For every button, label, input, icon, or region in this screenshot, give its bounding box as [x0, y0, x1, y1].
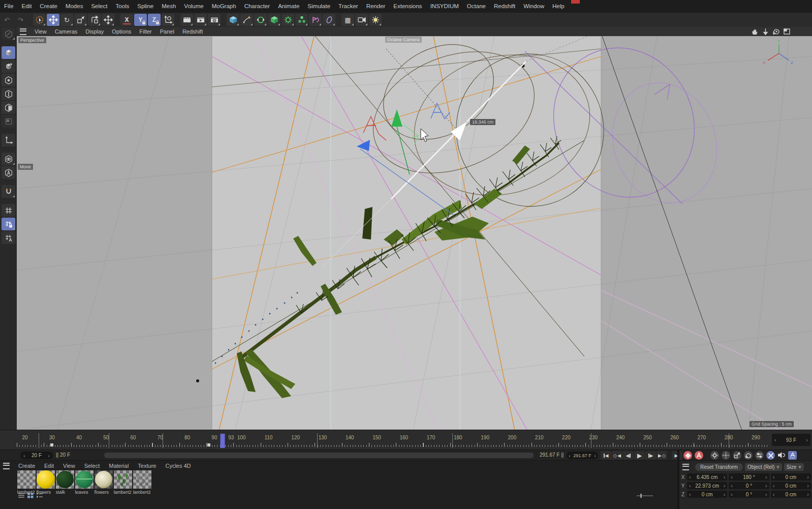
previous-key-button[interactable]: ◇◀ [612, 451, 622, 460]
subdivision-surface-icon[interactable] [268, 14, 280, 26]
model-mode-button[interactable] [2, 46, 15, 59]
pan-hand-icon[interactable] [751, 28, 759, 35]
list-view-icon[interactable] [18, 493, 24, 498]
snap-magnet-icon[interactable] [2, 185, 15, 198]
material-menu-icon[interactable] [3, 463, 10, 469]
play-button[interactable]: ▶ [634, 451, 645, 460]
spline-primitive-icon[interactable] [254, 14, 267, 26]
autokey-mode-toggle[interactable] [788, 451, 797, 460]
previous-frame-button[interactable]: ◀ [623, 451, 634, 460]
y-axis-lock-button[interactable]: Y [134, 14, 147, 26]
mograph-cloner-icon[interactable] [295, 14, 308, 26]
toggle-view-icon[interactable] [783, 28, 791, 35]
generators-gear-icon[interactable] [282, 14, 294, 26]
record-position-toggle[interactable] [722, 451, 730, 460]
view-label[interactable]: Perspective [18, 37, 46, 43]
go-to-start-button[interactable]: ◀ [601, 451, 611, 460]
render-view-button[interactable] [180, 14, 193, 26]
volume-icon[interactable] [323, 14, 335, 26]
material-item[interactable]: flowers [94, 470, 113, 495]
menu-item[interactable]: Mesh [158, 0, 180, 13]
material-thumbnail[interactable] [56, 470, 74, 489]
material-menu-item[interactable]: Cycles 4D [161, 463, 195, 469]
menu-item[interactable]: File [0, 0, 18, 13]
tweak-mode-icon[interactable] [2, 27, 15, 40]
viewport-menu-item[interactable]: Display [81, 28, 108, 35]
render-picture-viewer-button[interactable] [194, 14, 207, 26]
reset-transform-button[interactable]: Reset Transform [695, 463, 743, 471]
camera-label[interactable]: Octane Camera [385, 37, 422, 43]
playhead[interactable] [220, 434, 225, 448]
range-start-field[interactable]: ‹20 F› [20, 452, 53, 459]
viewport-menu-item[interactable]: Redshift [178, 28, 207, 35]
material-thumbnail[interactable] [114, 470, 132, 489]
rotate-tool-button[interactable]: ↻ [60, 14, 73, 26]
menu-item[interactable]: Character [240, 0, 274, 13]
undo-button[interactable]: ↶ [1, 14, 13, 26]
coord-z-rotation-field[interactable]: ‹0 °› [729, 491, 769, 498]
material-item[interactable]: lambert2 [17, 470, 36, 495]
material-item[interactable]: flowers [36, 470, 55, 495]
coord-z-size-field[interactable]: ‹0 cm› [771, 491, 811, 498]
keyframe-marker[interactable] [207, 443, 210, 446]
redo-button[interactable]: ↷ [14, 14, 27, 26]
viewport-menu-item[interactable]: Cameras [51, 28, 82, 35]
material-menu-item[interactable]: Texture [133, 463, 161, 469]
material-thumbnail[interactable] [17, 470, 36, 489]
autokey-button[interactable] [695, 451, 703, 460]
menu-item[interactable]: Edit [18, 0, 36, 13]
range-end-field[interactable]: ‹291.67 F› [567, 452, 598, 459]
move-locked-button[interactable] [102, 14, 114, 26]
material-item[interactable]: stalk [55, 470, 74, 495]
x-axis-lock-button[interactable]: X [120, 14, 133, 26]
materials-scale-slider[interactable] [637, 494, 653, 498]
material-item[interactable]: lambert2 [133, 470, 151, 495]
live-selection-icon[interactable] [33, 14, 46, 26]
material-menu-item[interactable]: Edit [40, 463, 58, 469]
material-item[interactable]: leaves [75, 470, 93, 495]
coordinate-mode-dropdown[interactable]: Object (Rel)▾ [745, 463, 782, 471]
camera-icon[interactable] [355, 14, 368, 26]
spline-pen-icon[interactable] [240, 14, 253, 26]
menu-item[interactable]: Volume [180, 0, 207, 13]
coord-y-rotation-field[interactable]: ‹0 °› [729, 482, 769, 489]
last-tool-button[interactable] [88, 14, 101, 26]
light-icon[interactable] [369, 14, 382, 26]
add-cube-icon[interactable] [227, 14, 239, 26]
menu-item[interactable]: Select [87, 0, 111, 13]
keyframe-selection-toggle[interactable] [710, 451, 719, 460]
menu-item[interactable]: Spline [133, 0, 158, 13]
coord-x-position-field[interactable]: ‹6.435 cm› [687, 473, 727, 481]
menu-item[interactable]: Window [519, 0, 548, 13]
next-key-button[interactable]: ▶◇ [657, 451, 667, 460]
coordinate-system-button[interactable] [162, 14, 174, 26]
viewport-menu-item[interactable]: Filter [135, 28, 155, 35]
viewport-menu-icon[interactable] [20, 28, 26, 35]
axis-mode-button[interactable] [2, 134, 15, 146]
coord-y-size-field[interactable]: ‹0 cm› [771, 482, 811, 489]
size-mode-dropdown[interactable]: Size▾ [784, 463, 804, 471]
menu-item[interactable]: INSYDIUM [426, 0, 463, 13]
menu-item[interactable]: Render [362, 0, 390, 13]
material-thumbnail[interactable] [37, 470, 55, 489]
dolly-icon[interactable] [762, 28, 769, 35]
render-settings-button[interactable] [208, 14, 221, 26]
orbit-icon[interactable] [772, 28, 780, 35]
menu-item[interactable]: Tools [111, 0, 133, 13]
scale-tool-button[interactable] [74, 14, 87, 26]
frame-dec-arrow[interactable]: ‹ [774, 437, 776, 442]
menu-item[interactable]: Extensions [389, 0, 426, 13]
coord-x-rotation-field[interactable]: ‹180 °› [729, 473, 769, 481]
polygons-mode-button[interactable] [2, 101, 15, 114]
array-grid-icon[interactable]: ▦ [341, 14, 354, 26]
move-tool-button[interactable] [47, 14, 59, 26]
material-item[interactable]: lambert2 [113, 470, 132, 495]
material-menu-item[interactable]: Material [104, 463, 133, 469]
material-thumbnail[interactable] [95, 470, 113, 489]
current-frame-field[interactable]: ‹ 93 F › [772, 434, 810, 446]
material-menu-item[interactable]: Select [80, 463, 105, 469]
menu-item[interactable]: Create [36, 0, 61, 13]
point-level-animation-toggle[interactable] [766, 451, 775, 460]
menu-item[interactable]: Simulate [303, 0, 334, 13]
next-frame-button[interactable]: ▶ [645, 451, 656, 460]
